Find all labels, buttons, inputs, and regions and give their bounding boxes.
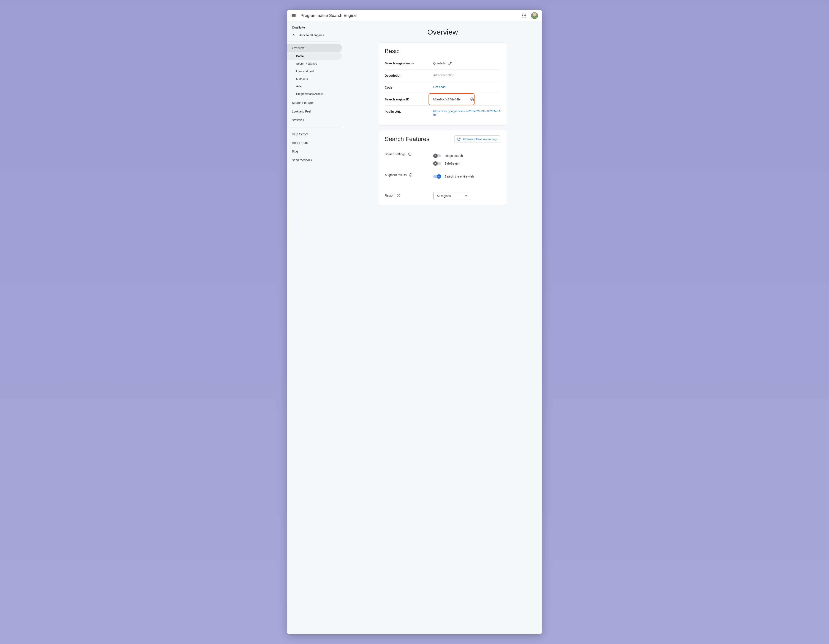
all-settings-label: All Search Features settings (462, 137, 498, 141)
nav-overview-search-features[interactable]: Search Features (287, 60, 343, 67)
nav-statistics[interactable]: Statistics (287, 116, 343, 125)
region-row: Region All regions (385, 186, 500, 200)
search-features-card-title: Search Features (385, 136, 429, 142)
basic-card-title: Basic (385, 48, 500, 55)
svg-point-5 (525, 15, 526, 16)
nav-blog[interactable]: Blog (287, 147, 343, 156)
apps-icon[interactable] (522, 13, 527, 18)
search-features-card: Search Features All Search Features sett… (379, 130, 506, 205)
entire-web-label: Search the entire web (444, 175, 474, 178)
row-engine-name: Search engine name Quartzite (385, 61, 500, 69)
back-to-all-engines[interactable]: Back to all engines (287, 31, 343, 41)
page-title: Overview (427, 21, 458, 42)
row-public-url: Public URL https://cse.google.com/cse?cx… (385, 106, 500, 120)
app-title: Programmable Search Engine (301, 13, 357, 18)
description-placeholder[interactable]: Add description (433, 73, 454, 77)
label-public-url: Public URL (385, 109, 433, 114)
label-engine-name: Search engine name (385, 61, 433, 65)
value-engine-name: Quartzite (433, 62, 446, 65)
label-description: Description (385, 73, 433, 77)
region-label: Region (385, 194, 394, 197)
image-search-label: Image search (444, 154, 463, 158)
row-engine-id: Search engine ID b2ae9cc8c244e44fe (385, 93, 500, 106)
svg-point-4 (524, 15, 525, 16)
toggle-entire-web: Search the entire web (433, 172, 500, 180)
svg-point-3 (522, 15, 523, 16)
safesearch-label: SafeSearch (444, 162, 460, 165)
search-settings-row: Search settings Image search (385, 149, 500, 170)
svg-point-7 (524, 17, 525, 17)
toggle-safesearch: SafeSearch (433, 159, 500, 167)
basic-card: Basic Search engine name Quartzite Descr… (379, 42, 506, 126)
entire-web-switch[interactable] (433, 174, 441, 178)
nav-search-features[interactable]: Search Features (287, 98, 343, 107)
svg-point-1 (524, 14, 525, 14)
info-icon[interactable] (409, 173, 413, 177)
back-label: Back to all engines (299, 33, 324, 37)
sidebar-nav: Overview Basic Search Features Look and … (287, 43, 343, 164)
label-code: Code (385, 85, 433, 89)
augment-results-row: Augment results Search the entire web (385, 170, 500, 183)
svg-point-0 (522, 14, 523, 14)
nav-send-feedback[interactable]: Send feedback (287, 156, 343, 164)
region-select[interactable]: All regions (433, 192, 470, 200)
main-content: Overview Basic Search engine name Quartz… (343, 21, 542, 634)
info-icon[interactable] (408, 152, 412, 156)
menu-icon[interactable] (291, 13, 296, 18)
safesearch-switch[interactable] (433, 161, 441, 166)
edit-icon[interactable] (448, 61, 452, 65)
public-url-link[interactable]: https://cse.google.com/cse?cx=b2ae9cc8c2… (433, 109, 500, 117)
avatar[interactable] (531, 12, 538, 19)
app-window: Programmable Search Engine Quartzite Bac… (287, 10, 542, 634)
row-code: Code Get code (385, 81, 500, 93)
svg-point-2 (525, 14, 526, 14)
nav-help-forum[interactable]: Help Forum (287, 139, 343, 147)
nav-overview-programmatic-access[interactable]: Programmatic Access (287, 90, 343, 98)
get-code-link[interactable]: Get code (433, 85, 446, 89)
nav-overview-ads[interactable]: Ads (287, 82, 343, 90)
sidebar: Quartzite Back to all engines Overview B… (287, 21, 343, 634)
all-search-features-settings-button[interactable]: All Search Features settings (454, 136, 500, 143)
image-search-switch[interactable] (433, 153, 441, 158)
nav-overview-members[interactable]: Members (287, 75, 343, 82)
svg-point-6 (522, 17, 523, 17)
nav-help-center[interactable]: Help Center (287, 130, 343, 139)
info-icon[interactable] (396, 194, 400, 197)
toggle-image-search: Image search (433, 152, 500, 159)
copy-icon[interactable] (470, 97, 474, 101)
value-engine-id: b2ae9cc8c244e44fe (433, 98, 460, 101)
label-engine-id: Search engine ID (385, 97, 433, 101)
svg-point-8 (525, 17, 526, 17)
nav-overview-basic[interactable]: Basic (287, 52, 342, 60)
nav-look-and-feel[interactable]: Look and Feel (287, 107, 343, 116)
augment-results-label: Augment results (385, 173, 407, 177)
region-selected-value: All regions (437, 194, 451, 197)
app-bar: Programmable Search Engine (287, 10, 542, 21)
search-settings-label: Search settings (385, 153, 406, 156)
nav-overview-look-and-feel[interactable]: Look and Feel (287, 67, 343, 75)
nav-overview[interactable]: Overview (287, 44, 342, 52)
row-description: Description Add description (385, 69, 500, 81)
engine-name: Quartzite (287, 21, 343, 31)
